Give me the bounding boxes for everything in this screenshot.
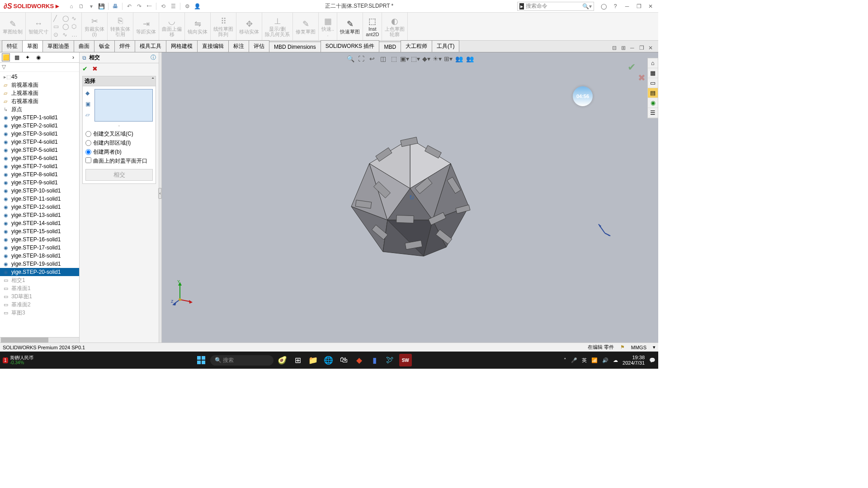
tray-mic-icon[interactable]: 🎤 xyxy=(571,357,577,363)
splitter-handle-icon[interactable]: ‹ xyxy=(158,188,162,199)
model-icosahedron[interactable]: ↻ xyxy=(333,121,487,274)
ribbon-修复草图[interactable]: ✎修复草图 xyxy=(293,13,319,40)
taskpane-home-icon[interactable]: ⌂ xyxy=(648,58,658,68)
tree-node[interactable]: ▭相交1 xyxy=(0,276,79,284)
tab-网格建模[interactable]: 网格建模 xyxy=(166,40,198,52)
radio-cross-region[interactable]: 创建交叉区域(C) xyxy=(85,130,153,138)
tree-node[interactable]: ◉yige.STEP-8-solid1 xyxy=(0,170,79,178)
restore-button[interactable]: ❐ xyxy=(634,2,644,10)
filter-surface-icon[interactable]: ▣ xyxy=(85,101,93,108)
ribbon-智能尺寸[interactable]: ↔智能尺寸 xyxy=(26,13,52,40)
pm-selection-list[interactable] xyxy=(94,89,153,122)
ribbon-镜向实体[interactable]: ⇋镜向实体 xyxy=(185,13,211,40)
tree-node[interactable]: ◉yige.STEP-7-solid1 xyxy=(0,162,79,170)
tree-node[interactable]: ▭3D草图1 xyxy=(0,292,79,300)
ribbon-移动实体[interactable]: ✥移动实体 xyxy=(236,13,262,40)
tree-node[interactable]: ▭基准面2 xyxy=(0,300,79,309)
tab-MBD[interactable]: MBD xyxy=(379,42,401,52)
chevron-right-icon[interactable]: ▶ xyxy=(56,4,59,9)
display-style-icon[interactable]: ▣▾ xyxy=(400,54,409,63)
tab-SOLIDWORKS 插件[interactable]: SOLIDWORKS 插件 xyxy=(321,40,380,52)
fm-filter[interactable]: ▽ xyxy=(0,63,79,72)
tree-node[interactable]: ◉yige.STEP-9-solid1 xyxy=(0,178,79,187)
tree-node[interactable]: ◉yige.STEP-6-solid1 xyxy=(0,154,79,162)
tree-node[interactable]: ◉yige.STEP-14-solid1 xyxy=(0,219,79,227)
tree-node[interactable]: ↳原点 xyxy=(0,105,79,113)
tree-node[interactable]: ◉yige.STEP-12-solid1 xyxy=(0,203,79,211)
ribbon-剪裁实体(I)[interactable]: ✂剪裁实体(I) xyxy=(82,13,108,40)
minimize-button[interactable]: ─ xyxy=(622,2,632,10)
select-icon[interactable]: ⭠ xyxy=(145,2,153,10)
ribbon-上色草图轮廓[interactable]: ◐上色草图轮廓 xyxy=(382,13,408,40)
orientation-triad[interactable]: Y Z xyxy=(171,279,193,306)
tree-node[interactable]: ▱右视基准面 xyxy=(0,97,79,105)
search-icon[interactable]: 🔍▾ xyxy=(582,3,592,9)
pm-help-icon[interactable]: ⓘ xyxy=(151,54,156,61)
tree-node[interactable]: ◉yige.STEP-1-solid1 xyxy=(0,113,79,122)
collapse-icon[interactable]: ˆ xyxy=(152,77,154,85)
tray-wifi-icon[interactable]: 📶 xyxy=(591,357,598,363)
tab-MBD Dimensions[interactable]: MBD Dimensions xyxy=(269,42,321,52)
tab-特征[interactable]: 特征 xyxy=(2,40,23,52)
tree-node[interactable]: ▱上视基准面 xyxy=(0,89,79,97)
radio-both[interactable]: 创建两者(b) xyxy=(85,148,153,156)
tab-工具(T)[interactable]: 工具(T) xyxy=(432,40,459,52)
hide-show-icon[interactable]: ⬚▾ xyxy=(411,54,420,63)
fm-tab-config[interactable]: ✦ xyxy=(24,53,32,61)
tray-volume-icon[interactable]: 🔊 xyxy=(602,357,609,363)
taskpane-library-icon[interactable]: ▭ xyxy=(648,78,658,88)
view-orientation-icon[interactable]: ⬚ xyxy=(389,54,398,63)
close-button[interactable]: ✕ xyxy=(646,2,656,10)
tab-钣金[interactable]: 钣金 xyxy=(94,40,115,52)
tree-node[interactable]: ◉yige.STEP-5-solid1 xyxy=(0,146,79,154)
tab-标注[interactable]: 标注 xyxy=(228,40,249,52)
taskbar-app-blue[interactable]: ▮ xyxy=(368,354,381,366)
tab-大工程师[interactable]: 大工程师 xyxy=(401,40,432,52)
pm-cancel-button[interactable]: ✖ xyxy=(92,65,98,72)
taskbar-app-edge[interactable]: 🌐 xyxy=(322,354,335,366)
filter-solid-icon[interactable]: ◆ xyxy=(85,90,93,97)
tab-草图油墨[interactable]: 草图油墨 xyxy=(42,40,74,52)
view-settings-icon[interactable]: ⊞▾ xyxy=(443,54,453,63)
ribbon-转换实体引用[interactable]: ⎘转换实体引用 xyxy=(108,13,133,40)
rebuild-icon[interactable]: ⟲ xyxy=(159,2,167,10)
doc-wnd-btn-3[interactable]: ❐ xyxy=(639,45,647,52)
section-view-icon[interactable]: ◫ xyxy=(378,54,387,63)
intersect-button[interactable]: 相交 xyxy=(85,169,153,181)
ribbon-显示/删除几何关系[interactable]: ⊥显示/删除几何关系 xyxy=(262,13,293,40)
new-icon[interactable]: 🗋 xyxy=(77,2,85,10)
render-tools2-icon[interactable]: 👥 xyxy=(465,54,474,63)
tree-node[interactable]: ◉yige.STEP-15-solid1 xyxy=(0,227,79,235)
taskbar-search[interactable]: 🔍 搜索 xyxy=(210,355,274,366)
save-icon[interactable]: 💾 xyxy=(97,2,105,10)
taskpane-resources-icon[interactable]: ▦ xyxy=(648,68,658,78)
tray-battery-icon[interactable]: ☁ xyxy=(613,357,618,363)
tray-datetime[interactable]: 19:38 2024/7/31 xyxy=(623,355,645,366)
prev-view-icon[interactable]: ↩ xyxy=(368,54,377,63)
taskbar-app-store[interactable]: 🛍 xyxy=(338,354,350,366)
pm-section-header[interactable]: 选择 ˆ xyxy=(82,76,156,86)
radio-inner-region[interactable]: 创建内部区域(I) xyxy=(85,139,153,147)
tab-模具工具[interactable]: 模具工具 xyxy=(135,40,166,52)
taskbar-app-red[interactable]: ◆ xyxy=(353,354,366,366)
feature-tree[interactable]: ▸⬚45▱前视基准面▱上视基准面▱右视基准面↳原点◉yige.STEP-1-so… xyxy=(0,72,79,337)
open-icon[interactable]: ▾ xyxy=(87,2,95,10)
tree-node[interactable]: ◉yige.STEP-20-solid1 xyxy=(0,268,79,276)
tree-node[interactable]: ◉yige.STEP-18-solid1 xyxy=(0,252,79,260)
tree-node[interactable]: ◉yige.STEP-17-solid1 xyxy=(0,244,79,252)
taskpane-custom-icon[interactable]: ◉ xyxy=(648,98,658,108)
taskbar-app-explorer[interactable]: 📁 xyxy=(307,354,320,366)
taskpane-appearances-icon[interactable]: ▤ xyxy=(648,88,658,98)
undo-icon[interactable]: ↶ xyxy=(125,2,133,10)
tab-草图[interactable]: 草图 xyxy=(22,40,43,52)
tree-node[interactable]: ◉yige.STEP-4-solid1 xyxy=(0,138,79,146)
taskbar-app-avocado[interactable]: 🥑 xyxy=(276,354,289,366)
tab-曲面[interactable]: 曲面 xyxy=(74,40,94,52)
taskbar-app-taskview[interactable]: ⊞ xyxy=(292,354,304,366)
tree-node[interactable]: ▱前视基准面 xyxy=(0,81,79,89)
tree-node[interactable]: ◉yige.STEP-10-solid1 xyxy=(0,187,79,195)
taskbar-app-solidworks[interactable]: SW xyxy=(399,354,412,366)
tree-node[interactable]: ▭草图3 xyxy=(0,309,79,317)
edit-appearance-icon[interactable]: ◆▾ xyxy=(422,54,431,63)
filter-plane-icon[interactable]: ▱ xyxy=(85,112,93,119)
